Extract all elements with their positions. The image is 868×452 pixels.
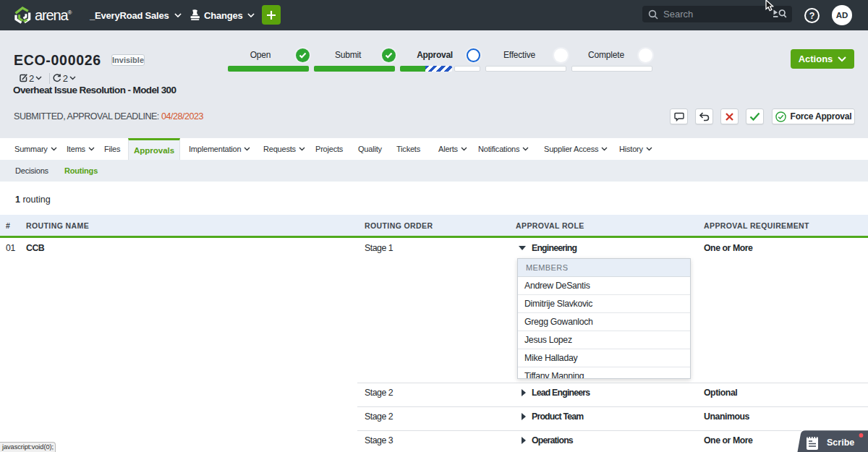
svg-text:Scribe: Scribe (827, 438, 854, 448)
